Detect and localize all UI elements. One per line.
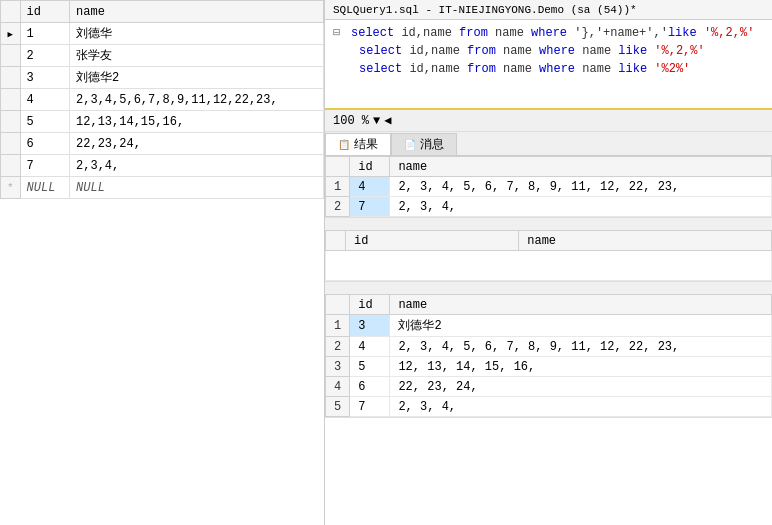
table-cell-id: 1: [20, 23, 69, 45]
sql-token-keyword: from: [459, 24, 488, 42]
sql-line: select id,name from name where name like…: [333, 60, 764, 78]
result-row: 272, 3, 4,: [326, 197, 772, 217]
tab-结果[interactable]: 📋结果: [325, 133, 391, 155]
col-header-name: name: [70, 1, 324, 23]
sql-token-keyword: where: [539, 60, 575, 78]
result-cell-id: 6: [350, 377, 390, 397]
table-cell-name: 22,23,24,: [70, 133, 324, 155]
result-row: 3512, 13, 14, 15, 16,: [326, 357, 772, 377]
zoom-dropdown-icon[interactable]: ▼: [373, 114, 380, 128]
result-row-num-header: [326, 157, 350, 177]
zoom-bar: 100 % ▼ ◀: [325, 110, 772, 132]
col-header-id: id: [20, 1, 69, 23]
table-cell-id: 2: [20, 45, 69, 67]
sql-line: select id,name from name where name like…: [333, 42, 764, 60]
result-row-number: 4: [326, 377, 350, 397]
sql-token-string: '%2%': [647, 60, 690, 78]
result-row: 13刘德华2: [326, 315, 772, 337]
zoom-level: 100 %: [333, 114, 369, 128]
table-cell-id: 4: [20, 89, 69, 111]
section-gap: [325, 282, 772, 294]
sql-token-keyword: where: [531, 24, 567, 42]
result-col-header: id: [350, 157, 390, 177]
sql-token-keyword: like: [618, 60, 647, 78]
result-cell-id: 3: [350, 315, 390, 337]
row-indicator-cell: [1, 89, 21, 111]
result-tabs: 📋结果📄消息: [325, 132, 772, 156]
result-cell-id: 7: [350, 197, 390, 217]
table-cell-id: 3: [20, 67, 69, 89]
result-row-number: 2: [326, 197, 350, 217]
result-cell-name: 2, 3, 4,: [390, 397, 772, 417]
sql-line: ⊟select id,name from name where '},'+nam…: [333, 24, 764, 42]
title-bar: SQLQuery1.sql - IT-NIEJINGYONG.Demo (sa …: [325, 0, 772, 20]
result-row: 572, 3, 4,: [326, 397, 772, 417]
result-row-num-header: [326, 231, 346, 251]
result-row-number: 1: [326, 315, 350, 337]
sql-token-text: name: [575, 60, 618, 78]
result-cell-name: 2, 3, 4, 5, 6, 7, 8, 9, 11, 12, 22, 23,: [390, 177, 772, 197]
result-cell-id: 4: [350, 177, 390, 197]
row-indicator-cell: ▶: [1, 23, 21, 45]
sql-token-string: '%,2,%': [697, 24, 755, 42]
result-row: 142, 3, 4, 5, 6, 7, 8, 9, 11, 12, 22, 23…: [326, 177, 772, 197]
results-area[interactable]: idname142, 3, 4, 5, 6, 7, 8, 9, 11, 12, …: [325, 156, 772, 525]
table-cell-name: NULL: [70, 177, 324, 199]
result-cell-name: 22, 23, 24,: [390, 377, 772, 397]
tab-icon: 📄: [404, 139, 416, 151]
result-row-number: 2: [326, 337, 350, 357]
sql-token-text: name: [575, 42, 618, 60]
row-indicator-cell: [1, 133, 21, 155]
table-cell-name: 张学友: [70, 45, 324, 67]
sql-token-keyword: like: [668, 24, 697, 42]
sql-token-text: name: [488, 24, 531, 42]
result-table-0: idname142, 3, 4, 5, 6, 7, 8, 9, 11, 12, …: [325, 156, 772, 217]
result-col-header: id: [346, 231, 519, 251]
result-cell-name: 12, 13, 14, 15, 16,: [390, 357, 772, 377]
zoom-back-icon[interactable]: ◀: [384, 113, 391, 128]
sql-token-keyword: like: [618, 42, 647, 60]
row-indicator-cell: [1, 155, 21, 177]
sql-token-string: '%,2,%': [647, 42, 705, 60]
tab-label: 消息: [420, 136, 444, 153]
sql-token-text: name: [496, 42, 539, 60]
sql-token-keyword: from: [467, 42, 496, 60]
window-title: SQLQuery1.sql - IT-NIEJINGYONG.Demo (sa …: [333, 4, 637, 16]
sql-token-keyword: select: [359, 42, 402, 60]
result-row-num-header: [326, 295, 350, 315]
result-row-number: 5: [326, 397, 350, 417]
tab-label: 结果: [354, 136, 378, 153]
main-container: id name ▶1刘德华2张学友3刘德华242,3,4,5,6,7,8,9,1…: [0, 0, 772, 525]
result-cell-id: 7: [350, 397, 390, 417]
result-table-1: idname: [325, 230, 772, 281]
table-cell-name: 2,3,4,: [70, 155, 324, 177]
table-cell-name: 刘德华: [70, 23, 324, 45]
table-cell-id: 5: [20, 111, 69, 133]
table-cell-name: 12,13,14,15,16,: [70, 111, 324, 133]
result-row-number: 3: [326, 357, 350, 377]
result-section-1: idname: [325, 230, 772, 282]
row-indicator-header: [1, 1, 21, 23]
sql-editor[interactable]: ⊟select id,name from name where '},'+nam…: [325, 20, 772, 110]
result-row: 4622, 23, 24,: [326, 377, 772, 397]
sql-token-text: name: [496, 60, 539, 78]
row-indicator-cell: [1, 45, 21, 67]
sql-token-keyword: select: [351, 24, 394, 42]
result-section-0: idname142, 3, 4, 5, 6, 7, 8, 9, 11, 12, …: [325, 156, 772, 218]
result-cell-name: 刘德华2: [390, 315, 772, 337]
row-indicator-cell: [1, 111, 21, 133]
sql-token-text: id,name: [402, 60, 467, 78]
sql-token-keyword: select: [359, 60, 402, 78]
table-cell-id: 7: [20, 155, 69, 177]
result-col-header: name: [390, 295, 772, 315]
sql-token-text: id,name: [402, 42, 467, 60]
result-cell-name: 2, 3, 4, 5, 6, 7, 8, 9, 11, 12, 22, 23,: [390, 337, 772, 357]
section-gap: [325, 218, 772, 230]
sql-token-text: '},'+name+',': [567, 24, 668, 42]
left-panel: id name ▶1刘德华2张学友3刘德华242,3,4,5,6,7,8,9,1…: [0, 0, 325, 525]
tab-消息[interactable]: 📄消息: [391, 133, 457, 155]
right-panel: SQLQuery1.sql - IT-NIEJINGYONG.Demo (sa …: [325, 0, 772, 525]
table-grid: id name ▶1刘德华2张学友3刘德华242,3,4,5,6,7,8,9,1…: [0, 0, 324, 525]
result-row-number: 1: [326, 177, 350, 197]
table-cell-id: NULL: [20, 177, 69, 199]
